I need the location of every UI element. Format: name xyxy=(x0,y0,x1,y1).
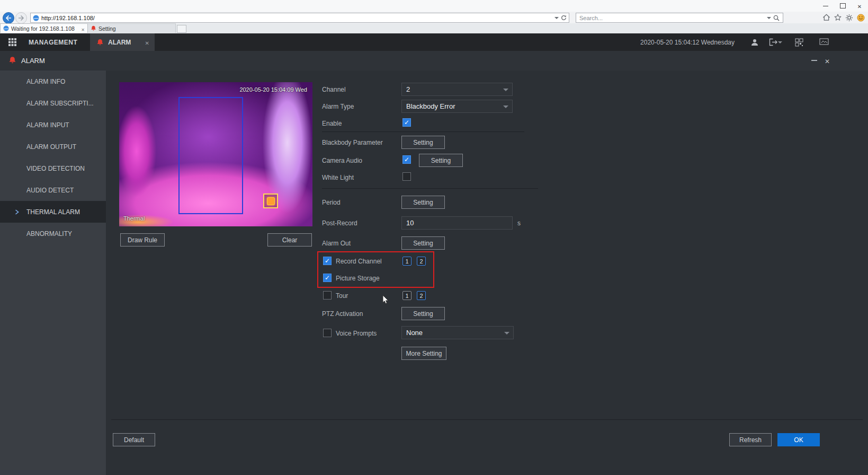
back-button[interactable] xyxy=(3,12,14,24)
browser-maximize-button[interactable] xyxy=(834,0,851,12)
sidebar-item-alarm-info[interactable]: ALARM INFO xyxy=(0,71,106,92)
sidebar-item-alarm-subscription[interactable]: ALARM SUBSCRIPTI... xyxy=(0,92,106,114)
sidebar-item-label: ALARM INPUT xyxy=(26,121,69,129)
white-light-label: White Light xyxy=(322,174,354,181)
tab-label: Setting xyxy=(99,25,173,32)
home-icon[interactable] xyxy=(822,14,830,21)
minimize-icon xyxy=(823,6,828,6)
period-label: Period xyxy=(322,199,341,206)
app-tab-alarm[interactable]: ALARM xyxy=(90,33,155,51)
sidebar-item-abnormality[interactable]: ABNORMALITY xyxy=(0,223,106,244)
sidebar-item-alarm-output[interactable]: ALARM OUTPUT xyxy=(0,136,106,157)
management-label[interactable]: MANAGEMENT xyxy=(29,39,77,46)
tab-favicon-icon xyxy=(91,25,96,31)
post-record-input[interactable]: 10 xyxy=(401,216,513,230)
tour-channel-2-button[interactable]: 2 xyxy=(417,291,426,300)
search-icon[interactable] xyxy=(773,15,780,21)
default-button[interactable]: Default xyxy=(113,433,155,446)
refresh-icon[interactable] xyxy=(561,15,567,21)
tab-close-icon[interactable] xyxy=(79,24,85,33)
browser-tab-setting[interactable]: Setting xyxy=(88,23,176,33)
maximize-icon xyxy=(840,3,846,8)
browser-tab-loading[interactable]: Waiting for 192.168.1.108 xyxy=(0,23,88,33)
camera-audio-label: Camera Audio xyxy=(322,157,362,164)
browser-tab-strip: Waiting for 192.168.1.108 Setting xyxy=(0,23,868,33)
record-channel-1-button[interactable]: 1 xyxy=(402,257,411,266)
url-text[interactable]: http://192.168.1.108/ xyxy=(41,15,552,21)
blackbody-parameter-label: Blackbody Parameter xyxy=(322,139,383,146)
voice-prompts-value: None xyxy=(406,329,423,337)
alarm-type-label: Alarm Type xyxy=(322,103,354,110)
voice-prompts-select[interactable]: None xyxy=(401,326,514,339)
ok-button[interactable]: OK xyxy=(777,433,820,446)
header-datetime: 2020-05-20 15:04:12 Wednesday xyxy=(640,39,735,46)
alarm-type-select[interactable]: Blackbody Error xyxy=(401,100,513,113)
mouse-cursor-icon xyxy=(382,295,389,307)
sidebar-item-label: AUDIO DETECT xyxy=(26,187,74,194)
record-channel-checkbox[interactable] xyxy=(323,257,332,265)
search-input[interactable]: Search... xyxy=(576,13,783,23)
blackbody-parameter-setting-button[interactable]: Setting xyxy=(401,136,445,149)
search-placeholder-text: Search... xyxy=(579,15,765,21)
sidebar-item-label: ALARM INFO xyxy=(26,78,65,85)
settings-gear-icon[interactable] xyxy=(845,14,853,22)
refresh-button[interactable]: Refresh xyxy=(729,433,772,446)
sidebar-item-label: THERMAL ALARM xyxy=(26,208,80,216)
video-timestamp: 2020-05-20 15:04:09 Wed xyxy=(239,86,307,93)
display-preview-icon[interactable] xyxy=(819,38,829,48)
browser-minimize-button[interactable] xyxy=(817,0,834,12)
logout-icon[interactable] xyxy=(769,38,778,48)
sidebar: ALARM INFO ALARM SUBSCRIPTI... ALARM INP… xyxy=(0,71,106,475)
tour-channel-1-button[interactable]: 1 xyxy=(402,291,411,300)
logout-dropdown-icon[interactable] xyxy=(778,41,782,43)
forward-arrow-icon xyxy=(18,15,24,21)
forward-button[interactable] xyxy=(15,12,27,24)
draw-rule-rectangle[interactable] xyxy=(178,97,243,214)
sidebar-item-label: ALARM SUBSCRIPTI... xyxy=(26,100,94,107)
app-tab-close-icon[interactable] xyxy=(145,38,155,47)
blackbody-device xyxy=(267,197,275,205)
page-favicon-icon xyxy=(33,15,39,21)
app-header: MANAGEMENT ALARM 2020-05-20 15:04:12 Wed… xyxy=(0,33,868,51)
window-close-icon[interactable] xyxy=(825,56,830,66)
sidebar-item-label: ALARM OUTPUT xyxy=(26,143,76,151)
search-dropdown-icon[interactable] xyxy=(767,17,771,19)
voice-prompts-checkbox[interactable] xyxy=(323,329,332,337)
sidebar-item-video-detection[interactable]: VIDEO DETECTION xyxy=(0,157,106,179)
window-title: ALARM xyxy=(21,57,45,65)
record-channel-2-button[interactable]: 2 xyxy=(417,257,426,266)
picture-storage-checkbox[interactable] xyxy=(323,274,332,282)
tour-checkbox[interactable] xyxy=(323,291,332,300)
draw-rule-button[interactable]: Draw Rule xyxy=(120,233,165,247)
address-bar[interactable]: http://192.168.1.108/ xyxy=(30,13,569,23)
new-tab-button[interactable] xyxy=(177,25,186,33)
address-dropdown-icon[interactable] xyxy=(554,17,559,19)
alarm-out-setting-button[interactable]: Setting xyxy=(401,236,445,250)
thermal-video-preview[interactable]: 2020-05-20 15:04:09 Wed Thermal xyxy=(119,82,312,226)
clear-button[interactable]: Clear xyxy=(267,233,312,247)
camera-audio-setting-button[interactable]: Setting xyxy=(419,154,463,167)
browser-close-button[interactable] xyxy=(851,0,868,12)
divider xyxy=(322,188,538,189)
management-grid-icon[interactable] xyxy=(8,38,16,48)
tour-label: Tour xyxy=(336,292,348,300)
ptz-activation-setting-button[interactable]: Setting xyxy=(401,307,445,320)
more-setting-button[interactable]: More Setting xyxy=(401,347,446,360)
sidebar-item-thermal-alarm[interactable]: THERMAL ALARM xyxy=(0,201,106,223)
window-minimize-icon[interactable] xyxy=(811,60,817,61)
qr-code-icon[interactable] xyxy=(795,38,803,49)
sidebar-item-alarm-input[interactable]: ALARM INPUT xyxy=(0,114,106,136)
white-light-checkbox[interactable] xyxy=(402,172,411,181)
active-item-arrow-icon xyxy=(15,209,19,216)
tab-favicon-icon xyxy=(3,25,9,31)
period-setting-button[interactable]: Setting xyxy=(401,196,445,209)
browser-navbar: http://192.168.1.108/ Search... xyxy=(0,12,868,23)
alarm-type-value: Blackbody Error xyxy=(406,102,455,110)
feedback-smiley-icon[interactable] xyxy=(857,14,865,22)
user-icon[interactable] xyxy=(750,38,759,49)
channel-select[interactable]: 2 xyxy=(401,83,513,96)
sidebar-item-audio-detect[interactable]: AUDIO DETECT xyxy=(0,179,106,201)
camera-audio-checkbox[interactable] xyxy=(402,155,411,164)
enable-checkbox[interactable] xyxy=(402,118,411,127)
favorites-star-icon[interactable] xyxy=(834,14,842,21)
